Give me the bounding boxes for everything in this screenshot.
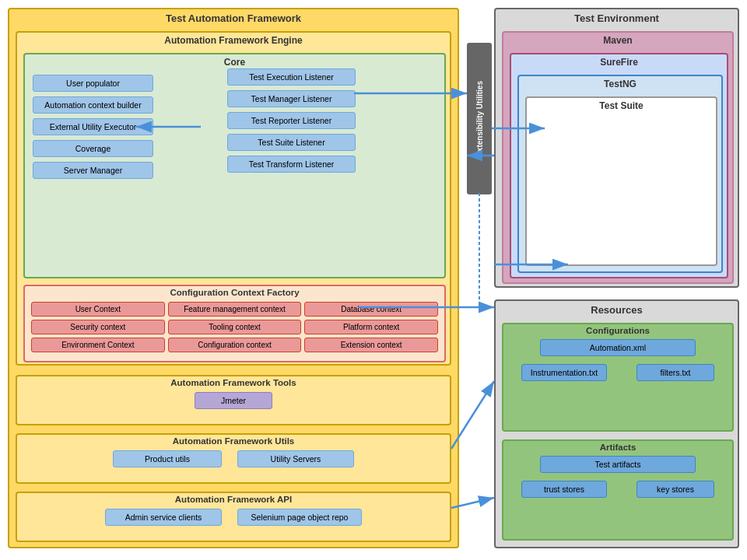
core-item-test-reporter-listener: Test Reporter Listener	[227, 112, 356, 129]
afu-item-utility-servers: Utility Servers	[237, 450, 354, 467]
surefire-panel: SureFire TestNG Test Suite	[510, 53, 728, 278]
core-item-coverage: Coverage	[33, 140, 153, 157]
surefire-title: SureFire	[511, 54, 727, 70]
core-item-test-exec-listener: Test Execution Listener	[227, 68, 356, 86]
ccf-item-tooling-context: Tooling context	[168, 320, 302, 334]
artifacts-bottom-row: trust stores key stores	[503, 475, 732, 503]
configs-title: Configurations	[503, 324, 732, 337]
ccf-item-environment-context: Environment Context	[31, 338, 165, 352]
artifacts-item-key-stores: key stores	[637, 481, 714, 498]
core-item-test-suite-listener: Test Suite Listener	[227, 134, 356, 151]
core-left-items: User populator Automation context builde…	[33, 75, 153, 184]
ccf-item-database-context: Database context	[304, 302, 438, 317]
afe-title: Automation Framework Engine	[17, 33, 450, 48]
afa-item-admin-service: Admin service clients	[105, 509, 222, 526]
taf-title: Test Automation Framework	[9, 9, 458, 26]
ext-util-panel: Extensibility Utilities	[467, 43, 492, 194]
testng-title: TestNG	[519, 76, 721, 92]
resources-panel: Resources Configurations Automation.xml …	[494, 299, 739, 548]
core-item-ext-utility: External Utility Executor	[33, 118, 153, 135]
afu-items: Product utils Utility Servers	[17, 447, 450, 475]
aft-panel: Automation Framework Tools Jmeter	[16, 375, 451, 425]
ccf-item-user-context: User Context	[31, 302, 165, 317]
artifacts-title: Artifacts	[503, 441, 732, 453]
aft-item-jmeter: Jmeter	[195, 392, 272, 409]
afa-items: Admin service clients Selenium page obje…	[17, 506, 450, 534]
testsuite-title: Test Suite	[527, 98, 716, 114]
te-panel: Test Environment Maven SureFire TestNG T…	[494, 8, 739, 288]
maven-panel: Maven SureFire TestNG Test Suite	[502, 31, 734, 284]
aft-title: Automation Framework Tools	[17, 376, 450, 389]
configs-bottom-row: Instrumentation.txt filters.txt	[503, 359, 732, 387]
core-item-server-manager: Server Manager	[33, 162, 153, 179]
core-item-test-transform-listener: Test Transform Listener	[227, 156, 356, 173]
configs-panel: Configurations Automation.xml Instrument…	[502, 323, 734, 432]
ccf-panel: Configuration Context Factory User Conte…	[23, 285, 446, 362]
core-item-automation-context: Automation context builder	[33, 96, 153, 114]
configs-item-instrumentation: Instrumentation.txt	[521, 364, 607, 381]
core-item-test-mgr-listener: Test Manager Listener	[227, 90, 356, 107]
ccf-item-extension-context: Extension context	[304, 338, 438, 352]
artifacts-item-trust-stores: trust stores	[521, 481, 607, 498]
testng-panel: TestNG Test Suite	[517, 75, 723, 273]
ccf-grid: User Context Feature management context …	[25, 299, 444, 355]
core-panel: Core User populator Automation context b…	[23, 53, 446, 278]
ccf-item-feature-mgmt: Feature management context	[168, 302, 302, 317]
core-title: Core	[25, 54, 444, 70]
core-right-items: Test Execution Listener Test Manager Lis…	[227, 68, 356, 177]
ccf-title: Configuration Context Factory	[25, 286, 444, 299]
afe-panel: Automation Framework Engine Core User po…	[16, 31, 451, 366]
afu-title: Automation Framework Utils	[17, 435, 450, 447]
artifacts-panel: Artifacts Test artifacts trust stores ke…	[502, 439, 734, 541]
core-item-user-populator: User populator	[33, 75, 153, 92]
ccf-item-security-context: Security context	[31, 320, 165, 334]
main-container: Test Automation Framework Automation Fra…	[0, 0, 747, 560]
afa-title: Automation Framework API	[17, 493, 450, 506]
ext-util-label: Extensibility Utilities	[475, 81, 484, 157]
artifacts-item-test-artifacts: Test artifacts	[540, 456, 696, 473]
afa-panel: Automation Framework API Admin service c…	[16, 492, 451, 542]
taf-panel: Test Automation Framework Automation Fra…	[8, 8, 459, 548]
te-title: Test Environment	[496, 9, 738, 26]
afu-item-product-utils: Product utils	[113, 450, 222, 467]
afu-panel: Automation Framework Utils Product utils…	[16, 433, 451, 484]
maven-title: Maven	[503, 33, 732, 48]
ccf-item-platform-context: Platform context	[304, 320, 438, 334]
ccf-item-configuration-context: Configuration context	[168, 338, 302, 352]
resources-title: Resources	[496, 301, 738, 317]
afa-item-selenium: Selenium page object repo	[237, 509, 362, 526]
configs-item-filters: filters.txt	[637, 364, 714, 381]
testsuite-panel: Test Suite	[525, 96, 717, 266]
configs-item-automation-xml: Automation.xml	[540, 339, 696, 356]
